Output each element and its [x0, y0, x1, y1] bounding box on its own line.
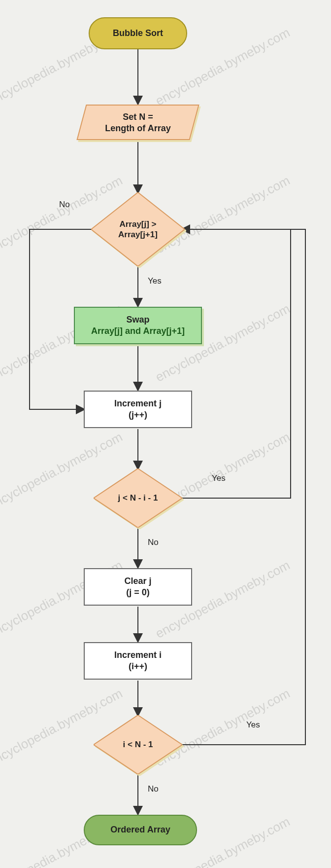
setn-line2: Length of Array: [86, 123, 190, 134]
clearj-line2: (j = 0): [126, 587, 150, 598]
clearj-line1: Clear j: [124, 576, 151, 587]
decision-compare: Array[j] > Array[j+1]: [91, 192, 185, 266]
label-icond-yes: Yes: [246, 720, 260, 730]
label-jcond-yes: Yes: [212, 473, 226, 483]
label-compare-no: No: [59, 200, 70, 210]
decision-i-condition: i < N - 1: [94, 715, 182, 774]
end-terminator: Ordered Array: [84, 815, 197, 845]
subroutine-swap: Swap Array[j] and Array[j+1]: [74, 307, 202, 344]
process-clear-j: Clear j (j = 0): [84, 568, 192, 606]
io-text: Set N = Length of Array: [81, 105, 195, 142]
flowchart-canvas: encyclopedia.bymeby.com encyclopedia.bym…: [0, 0, 331, 868]
inci-line2: (i++): [129, 661, 147, 672]
incj-line2: (j++): [129, 409, 147, 421]
swap-line1: Swap: [126, 314, 149, 326]
compare-line2: Array[j+1]: [118, 229, 158, 240]
label-icond-no: No: [148, 784, 159, 794]
label-compare-yes: Yes: [148, 276, 162, 286]
incj-line1: Increment j: [114, 398, 162, 409]
swap-line2: Array[j] and Array[j+1]: [91, 326, 185, 337]
jcond-line1: j < N - i - 1: [118, 493, 158, 503]
end-label: Ordered Array: [110, 824, 170, 835]
decision-j-condition: j < N - i - 1: [94, 469, 182, 528]
start-label: Bubble Sort: [113, 28, 163, 39]
decision-text: j < N - i - 1: [94, 469, 182, 528]
decision-text: i < N - 1: [94, 715, 182, 774]
decision-text: Array[j] > Array[j+1]: [91, 192, 185, 266]
process-increment-j: Increment j (j++): [84, 391, 192, 428]
setn-line1: Set N =: [86, 111, 190, 123]
start-terminator: Bubble Sort: [89, 17, 187, 49]
io-set-n: Set N = Length of Array: [81, 105, 195, 140]
compare-line1: Array[j] >: [119, 219, 156, 229]
inci-line1: Increment i: [114, 650, 162, 661]
label-jcond-no: No: [148, 538, 159, 547]
process-increment-i: Increment i (i++): [84, 642, 192, 680]
icond-line1: i < N - 1: [123, 739, 153, 750]
